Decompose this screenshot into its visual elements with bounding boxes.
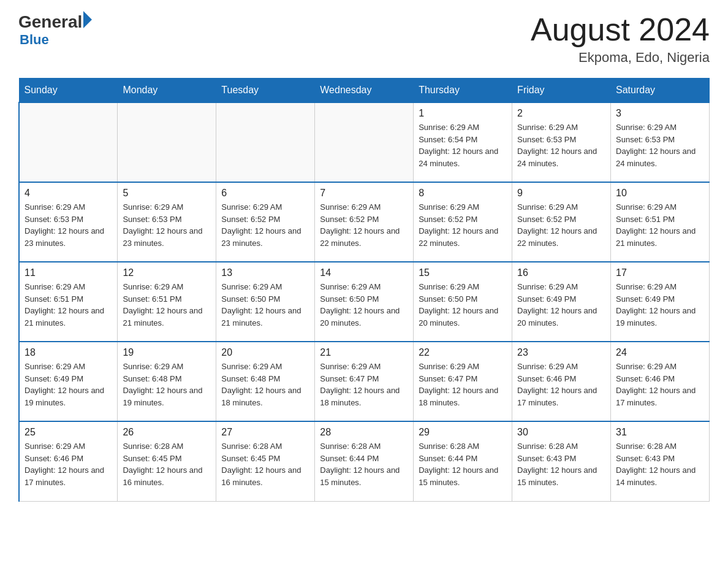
header-cell-monday: Monday (118, 79, 216, 103)
day-info: Sunrise: 6:29 AMSunset: 6:49 PMDaylight:… (517, 281, 605, 329)
day-info: Sunrise: 6:29 AMSunset: 6:52 PMDaylight:… (320, 201, 408, 249)
day-number: 31 (616, 427, 704, 438)
day-info: Sunrise: 6:29 AMSunset: 6:50 PMDaylight:… (221, 281, 309, 329)
logo-general: General (18, 12, 82, 32)
day-number: 27 (221, 427, 309, 438)
day-number: 20 (221, 347, 309, 358)
calendar-cell: 24Sunrise: 6:29 AMSunset: 6:46 PMDayligh… (611, 342, 710, 421)
page-header: General Blue August 2024 Ekpoma, Edo, Ni… (18, 12, 710, 66)
calendar-cell: 9Sunrise: 6:29 AMSunset: 6:52 PMDaylight… (512, 182, 611, 262)
calendar-cell: 29Sunrise: 6:28 AMSunset: 6:44 PMDayligh… (414, 421, 512, 501)
calendar-cell: 12Sunrise: 6:29 AMSunset: 6:51 PMDayligh… (118, 262, 216, 342)
day-number: 16 (517, 267, 605, 278)
header-cell-saturday: Saturday (611, 79, 710, 103)
calendar-cell: 28Sunrise: 6:28 AMSunset: 6:44 PMDayligh… (315, 421, 414, 501)
logo: General Blue (18, 12, 92, 48)
calendar-cell: 22Sunrise: 6:29 AMSunset: 6:47 PMDayligh… (414, 342, 512, 421)
calendar-cell (315, 102, 414, 182)
calendar-subtitle: Ekpoma, Edo, Nigeria (531, 50, 710, 66)
calendar-cell: 5Sunrise: 6:29 AMSunset: 6:53 PMDaylight… (118, 182, 216, 262)
day-info: Sunrise: 6:29 AMSunset: 6:53 PMDaylight:… (123, 201, 211, 249)
logo-triangle-icon (83, 11, 92, 28)
day-number: 17 (616, 267, 704, 278)
day-info: Sunrise: 6:29 AMSunset: 6:50 PMDaylight:… (419, 281, 507, 329)
day-number: 22 (419, 347, 507, 358)
calendar-cell: 20Sunrise: 6:29 AMSunset: 6:48 PMDayligh… (216, 342, 315, 421)
day-info: Sunrise: 6:29 AMSunset: 6:51 PMDaylight:… (25, 281, 112, 329)
day-info: Sunrise: 6:29 AMSunset: 6:48 PMDaylight:… (221, 361, 309, 408)
calendar-cell (216, 102, 315, 182)
calendar-cell: 8Sunrise: 6:29 AMSunset: 6:52 PMDaylight… (414, 182, 512, 262)
day-info: Sunrise: 6:28 AMSunset: 6:43 PMDaylight:… (517, 440, 605, 488)
day-info: Sunrise: 6:29 AMSunset: 6:52 PMDaylight:… (221, 201, 309, 249)
day-info: Sunrise: 6:29 AMSunset: 6:53 PMDaylight:… (517, 121, 605, 169)
calendar-week-row: 1Sunrise: 6:29 AMSunset: 6:54 PMDaylight… (19, 102, 710, 182)
calendar-cell (19, 102, 118, 182)
day-number: 24 (616, 347, 704, 358)
calendar-week-row: 11Sunrise: 6:29 AMSunset: 6:51 PMDayligh… (19, 262, 710, 342)
calendar-week-row: 25Sunrise: 6:29 AMSunset: 6:46 PMDayligh… (19, 421, 710, 501)
header-cell-tuesday: Tuesday (216, 79, 315, 103)
day-info: Sunrise: 6:29 AMSunset: 6:50 PMDaylight:… (320, 281, 408, 329)
calendar-cell: 16Sunrise: 6:29 AMSunset: 6:49 PMDayligh… (512, 262, 611, 342)
header-cell-friday: Friday (512, 79, 611, 103)
day-number: 29 (419, 427, 507, 438)
day-number: 3 (616, 108, 704, 119)
day-number: 10 (616, 188, 704, 199)
day-info: Sunrise: 6:29 AMSunset: 6:47 PMDaylight:… (320, 361, 408, 408)
calendar-cell: 19Sunrise: 6:29 AMSunset: 6:48 PMDayligh… (118, 342, 216, 421)
day-info: Sunrise: 6:29 AMSunset: 6:46 PMDaylight:… (517, 361, 605, 408)
day-info: Sunrise: 6:29 AMSunset: 6:52 PMDaylight:… (419, 201, 507, 249)
day-info: Sunrise: 6:29 AMSunset: 6:54 PMDaylight:… (419, 121, 507, 169)
day-info: Sunrise: 6:29 AMSunset: 6:53 PMDaylight:… (616, 121, 704, 169)
day-info: Sunrise: 6:28 AMSunset: 6:44 PMDaylight:… (419, 440, 507, 488)
calendar-cell: 15Sunrise: 6:29 AMSunset: 6:50 PMDayligh… (414, 262, 512, 342)
calendar-cell: 10Sunrise: 6:29 AMSunset: 6:51 PMDayligh… (611, 182, 710, 262)
day-number: 5 (123, 188, 211, 199)
calendar-cell: 7Sunrise: 6:29 AMSunset: 6:52 PMDaylight… (315, 182, 414, 262)
calendar-header-row: SundayMondayTuesdayWednesdayThursdayFrid… (19, 79, 710, 103)
day-number: 14 (320, 267, 408, 278)
calendar-title: August 2024 (531, 12, 710, 47)
day-info: Sunrise: 6:29 AMSunset: 6:48 PMDaylight:… (123, 361, 211, 408)
day-info: Sunrise: 6:29 AMSunset: 6:47 PMDaylight:… (419, 361, 507, 408)
day-info: Sunrise: 6:29 AMSunset: 6:52 PMDaylight:… (517, 201, 605, 249)
calendar-cell: 31Sunrise: 6:28 AMSunset: 6:43 PMDayligh… (611, 421, 710, 501)
day-info: Sunrise: 6:29 AMSunset: 6:46 PMDaylight:… (25, 440, 112, 488)
day-info: Sunrise: 6:28 AMSunset: 6:43 PMDaylight:… (616, 440, 704, 488)
calendar-week-row: 4Sunrise: 6:29 AMSunset: 6:53 PMDaylight… (19, 182, 710, 262)
day-number: 19 (123, 347, 211, 358)
calendar-cell: 30Sunrise: 6:28 AMSunset: 6:43 PMDayligh… (512, 421, 611, 501)
calendar-cell: 2Sunrise: 6:29 AMSunset: 6:53 PMDaylight… (512, 102, 611, 182)
calendar-week-row: 18Sunrise: 6:29 AMSunset: 6:49 PMDayligh… (19, 342, 710, 421)
calendar-table: SundayMondayTuesdayWednesdayThursdayFrid… (18, 78, 710, 502)
day-number: 4 (25, 188, 112, 199)
day-number: 8 (419, 188, 507, 199)
calendar-cell: 17Sunrise: 6:29 AMSunset: 6:49 PMDayligh… (611, 262, 710, 342)
day-number: 30 (517, 427, 605, 438)
logo-blue: Blue (20, 32, 92, 48)
calendar-cell: 14Sunrise: 6:29 AMSunset: 6:50 PMDayligh… (315, 262, 414, 342)
day-number: 23 (517, 347, 605, 358)
calendar-cell: 27Sunrise: 6:28 AMSunset: 6:45 PMDayligh… (216, 421, 315, 501)
calendar-cell: 21Sunrise: 6:29 AMSunset: 6:47 PMDayligh… (315, 342, 414, 421)
day-number: 2 (517, 108, 605, 119)
calendar-cell: 23Sunrise: 6:29 AMSunset: 6:46 PMDayligh… (512, 342, 611, 421)
calendar-cell: 3Sunrise: 6:29 AMSunset: 6:53 PMDaylight… (611, 102, 710, 182)
header-cell-thursday: Thursday (414, 79, 512, 103)
calendar-cell: 1Sunrise: 6:29 AMSunset: 6:54 PMDaylight… (414, 102, 512, 182)
day-number: 7 (320, 188, 408, 199)
calendar-cell: 26Sunrise: 6:28 AMSunset: 6:45 PMDayligh… (118, 421, 216, 501)
day-number: 25 (25, 427, 112, 438)
day-number: 1 (419, 108, 507, 119)
day-number: 11 (25, 267, 112, 278)
calendar-cell: 4Sunrise: 6:29 AMSunset: 6:53 PMDaylight… (19, 182, 118, 262)
title-section: August 2024 Ekpoma, Edo, Nigeria (531, 12, 710, 66)
day-number: 26 (123, 427, 211, 438)
day-number: 13 (221, 267, 309, 278)
day-number: 9 (517, 188, 605, 199)
day-info: Sunrise: 6:28 AMSunset: 6:45 PMDaylight:… (221, 440, 309, 488)
calendar-cell: 13Sunrise: 6:29 AMSunset: 6:50 PMDayligh… (216, 262, 315, 342)
day-info: Sunrise: 6:29 AMSunset: 6:49 PMDaylight:… (25, 361, 112, 408)
day-number: 28 (320, 427, 408, 438)
